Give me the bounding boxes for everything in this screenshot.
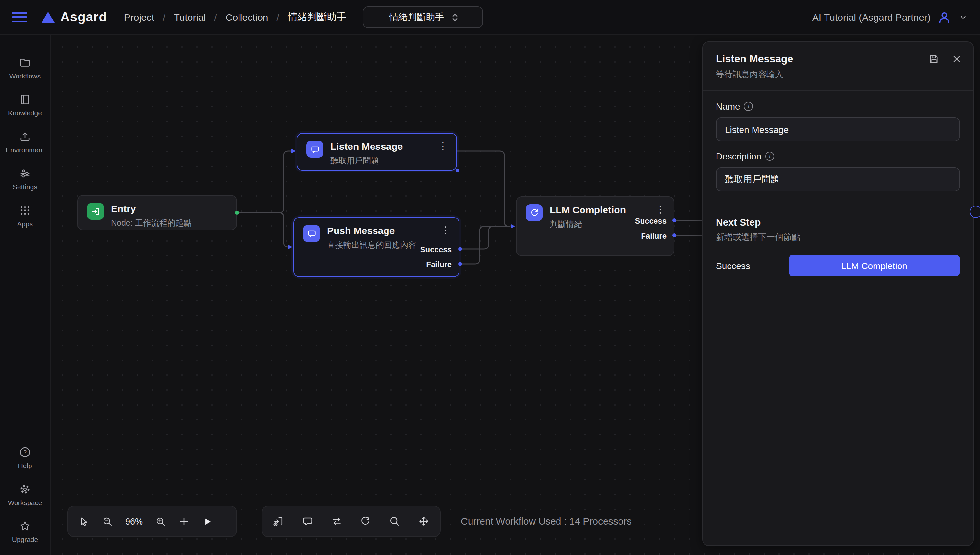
apps-grid-icon <box>19 204 31 216</box>
save-icon[interactable] <box>929 54 939 64</box>
breadcrumb-separator: / <box>277 12 279 23</box>
add-node-button[interactable] <box>179 516 190 527</box>
next-step-title: Next Step <box>716 217 960 228</box>
port-label-success: Success <box>420 245 452 254</box>
account-label: AI Tutorial (Asgard Partner) <box>812 12 931 23</box>
zoom-out-button[interactable] <box>102 516 113 527</box>
sidebar-item-label: Workspace <box>8 498 42 506</box>
add-message-node-tool[interactable] <box>302 515 314 527</box>
app-root: Asgard Project / Tutorial / Collection /… <box>0 0 980 555</box>
gear-icon <box>19 483 31 495</box>
port-dot-push-success[interactable] <box>458 247 462 251</box>
add-llm-node-tool[interactable] <box>360 515 372 527</box>
name-input[interactable] <box>716 117 960 141</box>
breadcrumb: Project / Tutorial / Collection / 情緒判斷助手 <box>124 11 346 23</box>
breadcrumb-separator: / <box>163 12 165 23</box>
node-listen-message[interactable]: Listen Message 聽取用戶問題 ⋮ <box>297 133 457 170</box>
folder-icon <box>19 56 31 68</box>
breadcrumb-separator: / <box>214 12 217 23</box>
panel-edge-handle[interactable] <box>970 205 980 218</box>
zoom-in-button[interactable] <box>155 516 166 527</box>
info-icon: i <box>765 152 774 161</box>
top-bar: Asgard Project / Tutorial / Collection /… <box>0 0 980 35</box>
sliders-icon <box>19 167 31 179</box>
sidebar-item-label: Environment <box>6 146 44 153</box>
node-entry[interactable]: Entry Node: 工作流程的起點 <box>77 195 237 230</box>
node-subtitle: 直接輸出訊息的回應內容 <box>327 240 416 251</box>
sidebar-item-label: Upgrade <box>12 535 38 543</box>
node-menu-icon[interactable]: ⋮ <box>653 203 668 215</box>
search-tool[interactable] <box>389 515 401 527</box>
workflow-selector[interactable]: 情緒判斷助手 <box>363 6 483 28</box>
menu-icon[interactable] <box>12 12 27 22</box>
breadcrumb-tutorial[interactable]: Tutorial <box>174 12 206 23</box>
help-icon: ? <box>19 446 31 458</box>
run-workflow-button[interactable] <box>202 516 213 527</box>
select-cursor-tool[interactable] <box>79 516 90 527</box>
port-dot-entry-out[interactable] <box>235 211 239 215</box>
breadcrumb-collection[interactable]: Collection <box>225 12 268 23</box>
sidebar-item-environment[interactable]: Environment <box>0 123 50 160</box>
sidebar-item-label: Apps <box>17 220 33 227</box>
next-step-subtitle: 新增或選擇下一個節點 <box>716 231 960 243</box>
sidebar-item-knowledge[interactable]: Knowledge <box>0 86 50 123</box>
entry-node-icon <box>87 203 104 220</box>
sidebar-item-label: Workflows <box>10 72 40 79</box>
close-icon[interactable] <box>952 55 961 64</box>
sidebar-item-workflows[interactable]: Workflows <box>0 49 50 86</box>
node-subtitle: 聽取用戶問題 <box>330 156 403 167</box>
node-menu-icon[interactable]: ⋮ <box>438 224 453 236</box>
canvas-zoom-toolbar: 96% <box>68 506 237 537</box>
next-step-target-button[interactable]: LLM Completion <box>789 255 960 276</box>
port-dot-llm-success[interactable] <box>673 218 676 222</box>
llm-refresh-icon <box>526 204 542 221</box>
sidebar-item-upgrade[interactable]: Upgrade <box>0 513 50 550</box>
node-subtitle: 判斷情緒 <box>550 219 626 230</box>
workflow-usage-status: Current Workflow Used : 14 Processors <box>461 506 631 537</box>
book-icon <box>19 93 31 105</box>
breadcrumb-project[interactable]: Project <box>124 12 154 23</box>
node-title: Listen Message <box>330 141 403 152</box>
panel-title: Listen Message <box>716 53 960 65</box>
chat-bubble-icon <box>303 225 320 242</box>
sidebar: Workflows Knowledge Environment Settings <box>0 35 51 555</box>
port-dot-listen-out[interactable] <box>455 168 460 172</box>
port-dot-llm-failure[interactable] <box>673 233 676 237</box>
star-icon <box>19 520 31 532</box>
sidebar-item-label: Help <box>18 461 32 469</box>
zoom-level: 96% <box>125 517 143 526</box>
add-entry-node-tool[interactable] <box>273 515 284 527</box>
user-icon[interactable] <box>937 10 951 24</box>
add-exchange-node-tool[interactable] <box>331 515 342 527</box>
logo-triangle-icon <box>42 12 55 23</box>
success-branch-label: Success <box>716 260 750 271</box>
sidebar-item-label: Settings <box>13 183 37 190</box>
sidebar-item-help[interactable]: ? Help <box>0 439 50 476</box>
node-subtitle: Node: 工作流程的起點 <box>111 218 192 229</box>
panel-subtitle: 等待訊息內容輸入 <box>716 69 960 80</box>
chevron-updown-icon <box>451 11 460 23</box>
workflow-selector-value: 情緒判斷助手 <box>389 11 444 23</box>
breadcrumb-current[interactable]: 情緒判斷助手 <box>288 11 346 23</box>
svg-text:?: ? <box>23 449 27 455</box>
port-dot-push-failure[interactable] <box>458 262 462 266</box>
node-llm-completion[interactable]: LLM Completion 判斷情緒 ⋮ Success Failure <box>516 196 674 256</box>
node-inspector-panel: Listen Message 等待訊息內容輸入 Name i Descripti… <box>702 42 974 546</box>
chat-bubble-icon <box>306 141 323 157</box>
logo-text: Asgard <box>60 10 107 25</box>
chevron-down-icon[interactable] <box>958 12 968 22</box>
name-field-label: Name <box>716 101 740 112</box>
description-field-label: Description <box>716 151 761 162</box>
node-push-message[interactable]: Push Message 直接輸出訊息的回應內容 ⋮ Success Failu… <box>293 217 460 277</box>
sidebar-item-apps[interactable]: Apps <box>0 197 50 234</box>
pan-move-tool[interactable] <box>418 515 430 527</box>
sidebar-item-workspace[interactable]: Workspace <box>0 476 50 513</box>
node-menu-icon[interactable]: ⋮ <box>436 140 451 152</box>
node-title: Push Message <box>327 225 416 237</box>
port-label-failure: Failure <box>426 260 452 269</box>
port-label-failure: Failure <box>641 231 666 241</box>
sidebar-item-settings[interactable]: Settings <box>0 160 50 197</box>
node-title: LLM Completion <box>550 204 626 216</box>
description-input[interactable] <box>716 167 960 191</box>
logo[interactable]: Asgard <box>42 10 107 25</box>
